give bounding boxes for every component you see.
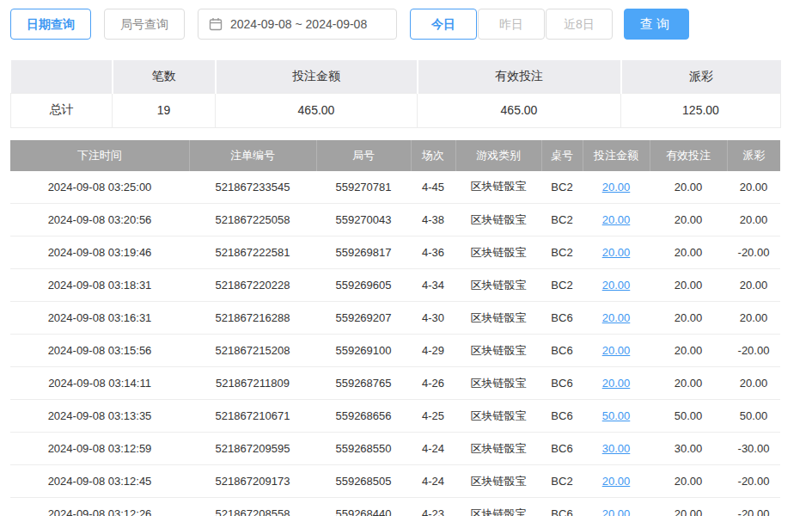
game-type-cell: 区块链骰宝	[455, 204, 541, 236]
bet-amount-link[interactable]: 20.00	[602, 246, 631, 259]
bet-amount-link[interactable]: 20.00	[602, 279, 631, 292]
table-row: 2024-09-08 03:12:59521867209595559268550…	[10, 433, 780, 465]
bet-id-cell: 521867208558	[189, 498, 316, 516]
session-cell: 4-26	[411, 367, 455, 400]
col-header-payout: 派彩	[727, 140, 780, 171]
bet-time-cell: 2024-09-08 03:15:56	[10, 335, 189, 367]
valid-bet-cell: 20.00	[650, 171, 727, 204]
valid-bet-cell: 20.00	[650, 269, 727, 302]
bet-id-cell: 521867209173	[189, 465, 316, 498]
summary-total-bet-amount: 465.00	[216, 93, 418, 127]
payout-cell: 20.00	[727, 367, 780, 400]
payout-cell: 20.00	[727, 302, 780, 335]
summary-col-valid-bet: 有效投注	[418, 60, 621, 93]
bet-time-cell: 2024-09-08 03:12:59	[10, 433, 189, 465]
bet-amount-link[interactable]: 20.00	[602, 181, 631, 194]
valid-bet-cell: 50.00	[650, 400, 727, 433]
table-no-cell: BC6	[541, 498, 583, 516]
valid-bet-cell: 20.00	[650, 236, 727, 269]
summary-col-count: 笔数	[113, 60, 216, 93]
quick-range-group: 今日 昨日 近8日	[410, 9, 613, 40]
bet-amount-cell: 20.00	[583, 367, 650, 400]
game-type-cell: 区块链骰宝	[455, 269, 541, 302]
payout-cell: -20.00	[727, 498, 780, 516]
payout-cell: -20.00	[727, 335, 780, 367]
bet-id-cell: 521867233545	[189, 171, 316, 204]
last-8-days-button[interactable]: 近8日	[546, 9, 613, 40]
payout-cell: -20.00	[727, 465, 780, 498]
table-no-cell: BC6	[541, 302, 583, 335]
bet-id-cell: 521867215208	[189, 335, 316, 367]
bet-time-cell: 2024-09-08 03:12:45	[10, 465, 189, 498]
bet-id-cell: 521867225058	[189, 204, 316, 236]
date-query-tab-button[interactable]: 日期查询	[10, 9, 91, 40]
bet-amount-link[interactable]: 20.00	[602, 311, 631, 324]
valid-bet-cell: 30.00	[650, 433, 727, 465]
session-cell: 4-24	[411, 433, 455, 465]
col-header-bet-time: 下注时间	[10, 140, 189, 171]
bet-amount-cell: 20.00	[583, 335, 650, 367]
table-no-cell: BC2	[541, 171, 583, 204]
search-button[interactable]: 查询	[624, 9, 689, 40]
round-id-cell: 559268505	[316, 465, 411, 498]
payout-cell: 20.00	[727, 171, 780, 204]
game-type-cell: 区块链骰宝	[455, 367, 541, 400]
col-header-game-type: 游戏类别	[455, 140, 541, 171]
table-no-cell: BC6	[541, 367, 583, 400]
payout-cell: -30.00	[727, 433, 780, 465]
col-header-session: 场次	[411, 140, 455, 171]
table-row: 2024-09-08 03:16:31521867216288559269207…	[10, 302, 780, 335]
summary-col-payout: 派彩	[621, 60, 781, 93]
bet-amount-link[interactable]: 20.00	[602, 213, 631, 226]
table-no-cell: BC2	[541, 204, 583, 236]
bet-id-cell: 521867220228	[189, 269, 316, 302]
payout-cell: 50.00	[727, 400, 780, 433]
session-cell: 4-30	[411, 302, 455, 335]
round-id-cell: 559268440	[316, 498, 411, 516]
table-no-cell: BC2	[541, 236, 583, 269]
col-header-bet-amount: 投注金额	[583, 140, 650, 171]
bet-amount-link[interactable]: 20.00	[602, 377, 631, 390]
bet-amount-cell: 20.00	[583, 269, 650, 302]
records-body: 2024-09-08 03:25:00521867233545559270781…	[10, 171, 780, 516]
date-range-picker[interactable]: 2024-09-08 ~ 2024-09-08	[198, 9, 397, 40]
game-type-cell: 区块链骰宝	[455, 498, 541, 516]
bet-time-cell: 2024-09-08 03:18:31	[10, 269, 189, 302]
date-range-value: 2024-09-08 ~ 2024-09-08	[230, 17, 367, 31]
records-table: 下注时间 注单编号 局号 场次 游戏类别 桌号 投注金额 有效投注 派彩 202…	[10, 140, 780, 516]
table-row: 2024-09-08 03:12:45521867209173559268505…	[10, 465, 780, 498]
summary-col-bet-amount: 投注金额	[216, 60, 418, 93]
round-query-tab-button[interactable]: 局号查询	[104, 9, 185, 40]
bet-amount-link[interactable]: 30.00	[602, 442, 631, 455]
bet-amount-link[interactable]: 20.00	[602, 475, 631, 488]
game-type-cell: 区块链骰宝	[455, 465, 541, 498]
toolbar: 日期查询 局号查询 2024-09-08 ~ 2024-09-08 今日 昨日 …	[0, 0, 812, 40]
bet-time-cell: 2024-09-08 03:12:26	[10, 498, 189, 516]
bet-amount-link[interactable]: 20.00	[602, 344, 631, 357]
valid-bet-cell: 20.00	[650, 465, 727, 498]
bet-amount-link[interactable]: 20.00	[602, 507, 631, 516]
payout-cell: 20.00	[727, 204, 780, 236]
yesterday-button[interactable]: 昨日	[478, 9, 545, 40]
bet-amount-cell: 20.00	[583, 204, 650, 236]
valid-bet-cell: 20.00	[650, 498, 727, 516]
game-type-cell: 区块链骰宝	[455, 335, 541, 367]
bet-amount-cell: 20.00	[583, 171, 650, 204]
col-header-valid-bet: 有效投注	[650, 140, 727, 171]
bet-amount-cell: 50.00	[583, 400, 650, 433]
table-no-cell: BC2	[541, 269, 583, 302]
bet-amount-link[interactable]: 50.00	[602, 409, 631, 422]
game-type-cell: 区块链骰宝	[455, 302, 541, 335]
bet-time-cell: 2024-09-08 03:20:56	[10, 204, 189, 236]
table-row: 2024-09-08 03:15:56521867215208559269100…	[10, 335, 780, 367]
valid-bet-cell: 20.00	[650, 302, 727, 335]
payout-cell: 20.00	[727, 269, 780, 302]
round-id-cell: 559268765	[316, 367, 411, 400]
session-cell: 4-36	[411, 236, 455, 269]
table-no-cell: BC6	[541, 433, 583, 465]
table-row: 2024-09-08 03:12:26521867208558559268440…	[10, 498, 780, 516]
today-button[interactable]: 今日	[410, 9, 477, 40]
col-header-table-no: 桌号	[541, 140, 583, 171]
bet-id-cell: 521867222581	[189, 236, 316, 269]
round-id-cell: 559269605	[316, 269, 411, 302]
